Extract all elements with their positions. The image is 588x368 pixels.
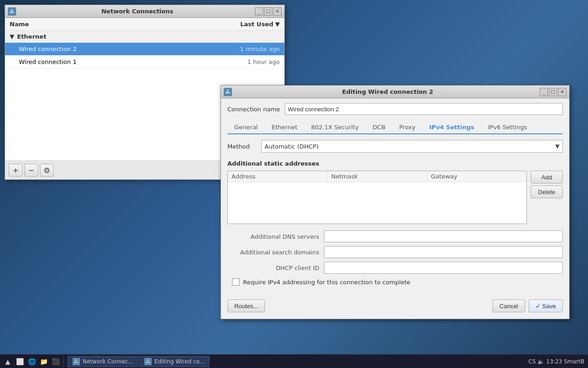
method-value: Automatic (DHCP)	[265, 143, 319, 150]
sort-arrow-icon: ▼	[275, 21, 280, 28]
taskbar-terminal-icon[interactable]: ⬛	[51, 356, 61, 367]
taskbar-app-editing-label: Editing Wired co...	[154, 358, 204, 365]
method-row: Method Automatic (DHCP) ▼	[227, 140, 563, 153]
dns-servers-label: Additional DNS servers	[227, 233, 319, 240]
taskbar-system-info: CS 🔈 13:23 SmartB	[528, 358, 584, 365]
dns-servers-input[interactable]	[324, 230, 563, 242]
add-address-button[interactable]: Add	[531, 171, 563, 184]
taskbar-app-menu-icon[interactable]: ▲	[3, 356, 13, 367]
editing-titlebar[interactable]: 🖧 Editing Wired connection 2 _ □ ✕	[221, 86, 569, 98]
address-rows[interactable]	[228, 182, 526, 224]
search-domains-input[interactable]	[324, 246, 563, 258]
method-dropdown-arrow-icon: ▼	[555, 143, 560, 150]
taskbar-app-editing-icon: 🖧	[144, 358, 152, 365]
require-ipv4-row[interactable]: Require IPv4 addressing for this connect…	[227, 278, 563, 286]
maximize-button[interactable]: □	[264, 7, 272, 16]
connection-name-row: Connection name	[227, 103, 563, 115]
tabs-bar: General Ethernet 802.1X Security DCB Pro…	[227, 121, 563, 134]
connection-name-wired1: Wired connection 1	[19, 58, 248, 65]
editing-close-button[interactable]: ✕	[558, 88, 566, 96]
addresses-header: Address Netmask Gateway	[228, 171, 526, 182]
remove-connection-button[interactable]: −	[24, 164, 38, 177]
editing-minimize-button[interactable]: _	[540, 88, 548, 96]
tab-dcb[interactable]: DCB	[366, 121, 392, 133]
dhcp-client-id-row: DHCP client ID	[227, 262, 563, 274]
tab-proxy[interactable]: Proxy	[392, 121, 423, 133]
connection-time-wired1: 1 hour ago	[248, 58, 280, 65]
connection-row-wired2[interactable]: Wired connection 2 1 minute ago	[5, 43, 284, 56]
editing-window-icon: 🖧	[224, 88, 232, 96]
connection-name-input[interactable]	[285, 103, 563, 115]
taskbar: ▲ ⬜ 🌐 📁 ⬛ 🖧 Network Connec... 🖧 Editing …	[0, 354, 588, 368]
tab-8021x[interactable]: 802.1X Security	[304, 121, 366, 133]
search-domains-row: Additional search domains	[227, 246, 563, 258]
network-connections-window-icon: 🖧	[8, 7, 16, 16]
address-column-header: Address	[228, 171, 328, 182]
editing-window-title: Editing Wired connection 2	[236, 88, 540, 95]
ethernet-collapse-icon[interactable]: ▼	[10, 33, 14, 40]
minimize-button[interactable]: _	[255, 7, 263, 16]
taskbar-app-network-connections[interactable]: 🖧 Network Connec...	[68, 356, 138, 367]
editing-window: 🖧 Editing Wired connection 2 _ □ ✕ Conne…	[220, 85, 570, 319]
connection-time-wired2: 1 minute ago	[240, 46, 280, 52]
taskbar-app-editing[interactable]: 🖧 Editing Wired co...	[139, 356, 209, 367]
method-dropdown[interactable]: Automatic (DHCP) ▼	[261, 140, 563, 153]
routes-button[interactable]: Routes...	[227, 299, 265, 312]
editing-maximize-button[interactable]: □	[549, 88, 557, 96]
taskbar-app-network-icon: 🖧	[73, 358, 80, 365]
dns-servers-row: Additional DNS servers	[227, 230, 563, 242]
require-ipv4-label: Require IPv4 addressing for this connect…	[243, 279, 410, 286]
tab-ethernet[interactable]: Ethernet	[265, 121, 304, 133]
static-addresses-title: Additional static addresses	[227, 160, 563, 167]
taskbar-files-icon[interactable]: 📁	[39, 356, 49, 367]
taskbar-apps: 🖧 Network Connec... 🖧 Editing Wired co..…	[63, 356, 213, 367]
tab-general[interactable]: General	[227, 121, 265, 133]
editing-content: Connection name General Ethernet 802.1X …	[221, 98, 569, 296]
network-connections-titlebar[interactable]: 🖧 Network Connections _ □ ✕	[5, 5, 284, 18]
dhcp-client-id-label: DHCP client ID	[227, 264, 319, 271]
tab-ipv4[interactable]: IPv4 Settings	[423, 121, 481, 134]
tab-ipv6[interactable]: IPv6 Settings	[481, 121, 534, 133]
desktop: 🖧 Network Connections _ □ ✕ Name Last Us…	[0, 0, 588, 368]
address-action-buttons: Add Delete	[531, 171, 563, 224]
taskbar-system-tray: CS 🔈 13:23 SmartB	[525, 358, 588, 365]
delete-address-button[interactable]: Delete	[531, 185, 563, 198]
ethernet-section-header: ▼ Ethernet	[5, 31, 284, 43]
gateway-column-header: Gateway	[427, 171, 526, 182]
nc-column-headers: Name Last Used ▼	[5, 18, 284, 31]
last-used-column-header: Last Used ▼	[240, 21, 280, 28]
taskbar-app-network-label: Network Connec...	[83, 358, 133, 365]
connection-name-label: Connection name	[227, 106, 280, 113]
save-button[interactable]: ✓ Save	[529, 299, 563, 312]
search-domains-label: Additional search domains	[227, 249, 319, 256]
taskbar-desktop-icon[interactable]: ⬜	[15, 356, 25, 367]
taskbar-browser-icon[interactable]: 🌐	[27, 356, 37, 367]
editing-bottom-bar: Routes... Cancel ✓ Save	[221, 296, 569, 319]
window-controls: _ □ ✕	[255, 7, 282, 16]
method-label: Method	[227, 143, 255, 150]
taskbar-left: ▲ ⬜ 🌐 📁 ⬛	[0, 356, 63, 367]
network-connections-title: Network Connections	[20, 8, 255, 15]
require-ipv4-checkbox[interactable]	[232, 278, 239, 286]
addresses-table: Address Netmask Gateway	[227, 171, 527, 224]
connection-name-wired2: Wired connection 2	[19, 46, 240, 52]
connection-row-wired1[interactable]: Wired connection 1 1 hour ago	[5, 56, 284, 69]
close-button[interactable]: ✕	[273, 7, 282, 16]
editing-window-controls: _ □ ✕	[540, 88, 566, 96]
ethernet-section-label: Ethernet	[17, 33, 46, 40]
netmask-column-header: Netmask	[328, 171, 427, 182]
cancel-button[interactable]: Cancel	[492, 299, 525, 312]
addresses-container: Address Netmask Gateway Add Delete	[227, 171, 563, 224]
settings-button[interactable]: ⚙	[40, 164, 54, 177]
name-column-header: Name	[10, 21, 240, 28]
add-connection-button[interactable]: +	[9, 164, 23, 177]
dhcp-client-id-input[interactable]	[324, 262, 563, 274]
